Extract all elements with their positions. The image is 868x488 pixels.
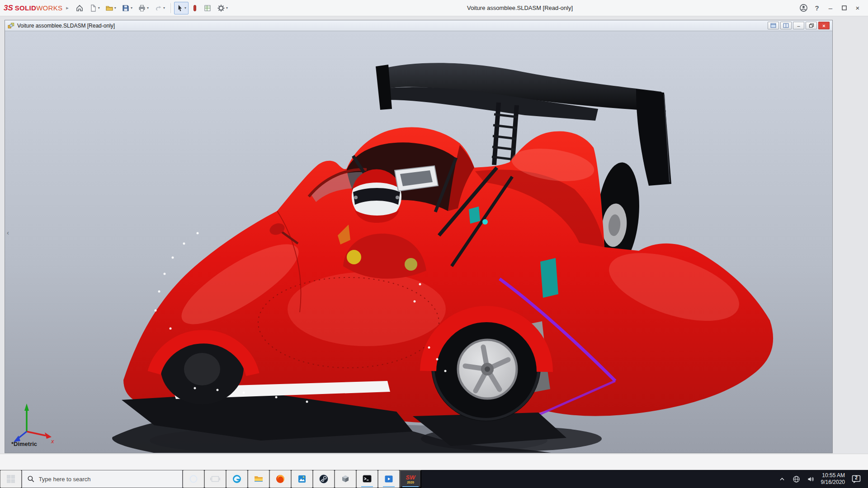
task-view-icon: [210, 474, 221, 484]
driver-collar-right: [405, 258, 417, 271]
open-button[interactable]: ▾: [103, 2, 118, 14]
window-close-button[interactable]: ×: [851, 0, 864, 16]
taskbar-app-media-player[interactable]: [378, 470, 400, 488]
clock[interactable]: 10:55 AM 9/16/2020: [821, 472, 845, 486]
doc-toolbar-button-2[interactable]: [780, 22, 792, 29]
home-button[interactable]: [73, 2, 86, 14]
taskbar-app-steam[interactable]: [313, 470, 335, 488]
dropdown-caret-icon[interactable]: ▾: [98, 6, 100, 10]
teal-window: [540, 258, 558, 298]
quick-access-toolbar: ▾ ▾ ▾ ▾ ▾ ▾ ▾: [73, 2, 230, 14]
taskbar-app-solidworks[interactable]: SW 2020: [400, 470, 421, 488]
maximize-icon: [842, 5, 847, 10]
doc-toolbar-button-1[interactable]: [768, 22, 779, 29]
print-icon: [138, 4, 146, 12]
desktop: { "app": { "brand": { "mark": "3S", "sol…: [0, 0, 868, 488]
dropdown-caret-icon[interactable]: ▾: [147, 6, 149, 10]
graphics-viewport[interactable]: x ‹ *Dimetric: [5, 31, 832, 453]
volume-button[interactable]: [807, 475, 815, 483]
save-button[interactable]: ▾: [119, 2, 135, 14]
doc-restore-button[interactable]: [806, 22, 817, 29]
options-gear-icon: [217, 4, 225, 12]
taskbar-app-terminal[interactable]: [356, 470, 378, 488]
home-icon: [75, 4, 84, 12]
open-folder-icon: [105, 4, 113, 12]
terminal-icon: [362, 474, 373, 484]
new-document-icon: [89, 4, 97, 12]
user-avatar-icon: [799, 4, 808, 12]
doc-minimize-button[interactable]: –: [793, 22, 804, 29]
rebuild-tool-icon: [192, 4, 198, 12]
window-minimize-button[interactable]: –: [824, 0, 837, 16]
cyan-dot: [482, 219, 488, 225]
taskbar-app-file-explorer[interactable]: [248, 470, 269, 488]
restore-icon: [809, 23, 814, 28]
dropdown-caret-icon[interactable]: ▾: [226, 6, 228, 10]
options-button[interactable]: ▾: [215, 2, 230, 14]
firefox-icon: [275, 474, 286, 484]
tray-time: 10:55 AM: [821, 472, 845, 479]
account-button[interactable]: [797, 1, 810, 15]
tray-overflow-button[interactable]: [778, 475, 786, 483]
file-explorer-icon: [253, 474, 264, 484]
document-window: Voiture assomblee.SLDASM [Read-only] – ×: [5, 20, 833, 453]
undo-button[interactable]: ▾: [152, 2, 167, 14]
dropdown-caret-icon[interactable]: ▾: [131, 6, 132, 10]
dropdown-caret-icon[interactable]: ▾: [114, 6, 116, 10]
taskbar-search[interactable]: [22, 470, 183, 488]
document-titlebar[interactable]: Voiture assomblee.SLDASM [Read-only] – ×: [5, 20, 832, 31]
taskbar-app-photos[interactable]: [291, 470, 313, 488]
dropdown-caret-icon[interactable]: ▾: [163, 6, 165, 10]
panel-collapse-arrow[interactable]: ‹: [5, 225, 11, 239]
design-table-icon: [203, 4, 212, 12]
taskbar-app-edrawings[interactable]: [335, 470, 356, 488]
document-title: Voiture assomblee.SLDASM [Read-only]: [17, 23, 115, 29]
axis-x-label: x: [51, 438, 54, 445]
wing-right-endplate: [636, 89, 671, 186]
view-orientation-label: *Dimetric: [11, 441, 37, 447]
help-button[interactable]: ?: [810, 1, 824, 15]
tray-date: 9/16/2020: [821, 479, 845, 486]
print-button[interactable]: ▾: [136, 2, 151, 14]
cowl-highlight: [288, 272, 446, 346]
action-center-button[interactable]: 2: [851, 474, 862, 484]
new-document-button[interactable]: ▾: [87, 2, 102, 14]
driver-collar-left: [347, 250, 361, 264]
save-icon: [122, 4, 130, 12]
windows-taskbar: SW 2020 10:55 AM 9/16/2020: [0, 470, 868, 488]
select-tool-button[interactable]: ▾: [174, 2, 189, 14]
rebuild-tool-button[interactable]: [189, 2, 200, 14]
toolbar-separator: [170, 3, 171, 13]
orientation-triad: x: [14, 404, 54, 445]
doc-close-button[interactable]: ×: [818, 22, 830, 29]
steam-icon: [318, 474, 329, 484]
search-input[interactable]: [39, 476, 177, 483]
notification-count-badge: 2: [851, 475, 862, 480]
status-bar: [0, 454, 868, 470]
photos-icon: [297, 474, 307, 484]
solidworks-logo: 3S SOLID WORKS: [4, 4, 62, 13]
network-button[interactable]: [792, 475, 801, 483]
assembly-document-icon: [8, 22, 14, 29]
help-icon: ?: [815, 4, 819, 12]
menu-flyout-arrow-icon[interactable]: ▸: [66, 5, 69, 11]
chevron-up-icon: [778, 475, 786, 483]
dropdown-caret-icon[interactable]: ▾: [184, 6, 186, 10]
design-table-button[interactable]: [201, 2, 214, 14]
taskbar-app-task-view[interactable]: [204, 470, 226, 488]
app-window-title: Voiture assomblee.SLDASM [Read-only]: [467, 0, 573, 16]
split-view-icon: [783, 23, 789, 28]
window-maximize-button[interactable]: [837, 0, 851, 16]
taskbar-app-cortana[interactable]: [183, 470, 204, 488]
taskbar-app-firefox[interactable]: [269, 470, 291, 488]
edge-icon: [231, 474, 242, 484]
app-titlebar: 3S SOLID WORKS ▸ ▾ ▾ ▾ ▾ ▾ ▾: [0, 0, 868, 16]
taskbar-app-edge[interactable]: [226, 470, 248, 488]
titlebar-right-controls: ? – ×: [797, 0, 864, 16]
undo-icon: [154, 4, 162, 12]
windows-logo-icon: [6, 474, 15, 483]
start-button[interactable]: [0, 470, 22, 488]
speaker-icon: [807, 475, 815, 483]
edrawings-cube-icon: [340, 474, 351, 484]
3d-scene-canvas[interactable]: x: [5, 31, 832, 453]
